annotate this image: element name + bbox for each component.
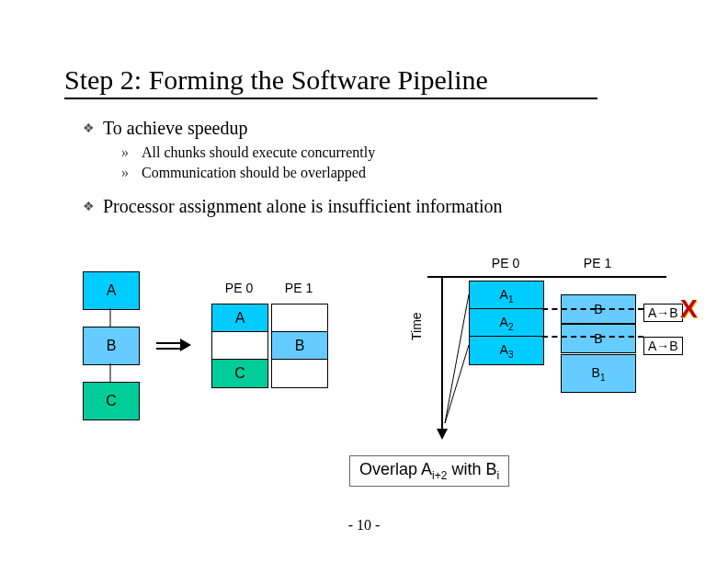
tag-ab-2: A→B — [643, 337, 683, 355]
overlap-caption-text: Overlap Ai+2 with Bi — [359, 460, 499, 478]
bullet-1a: » All chunks should execute concurrently — [121, 143, 503, 163]
tbl-a: A — [211, 304, 268, 333]
diamond-icon: ❖ — [83, 115, 103, 138]
tbl-b: B — [271, 331, 328, 361]
tbl-c: C — [211, 359, 268, 388]
tag-ab-1: A→B — [643, 304, 683, 322]
bullet-1-text: To achieve speedup — [103, 115, 247, 141]
tbl-c-empty — [271, 359, 328, 388]
slide-title: Step 2: Forming the Software Pipeline — [64, 64, 597, 99]
red-x-icon: X — [680, 294, 698, 324]
bullet-block: ❖ To achieve speedup » All chunks should… — [83, 115, 503, 221]
timeline-diag-icon — [404, 258, 643, 442]
svg-line-2 — [445, 294, 469, 423]
bullet-1b-text: Communication should be overlapped — [142, 163, 366, 183]
diamond-icon: ❖ — [83, 193, 103, 216]
chevron-icon: » — [121, 143, 142, 163]
overlap-caption: Overlap Ai+2 with Bi — [349, 455, 509, 487]
tbl-a-empty — [271, 304, 328, 333]
bullet-1b: » Communication should be overlapped — [121, 163, 503, 183]
tbl-b-empty — [211, 331, 268, 361]
left-col-pe0: PE 0 — [211, 281, 267, 295]
left-vert-edges-icon — [78, 271, 142, 428]
bullet-2: ❖ Processor assignment alone is insuffic… — [83, 193, 503, 219]
chevron-icon: » — [121, 163, 142, 183]
bullet-1: ❖ To achieve speedup — [83, 115, 503, 141]
page-number: - 10 - — [0, 517, 728, 534]
left-col-pe1: PE 1 — [271, 281, 326, 295]
bullet-1a-text: All chunks should execute concurrently — [142, 143, 375, 163]
bullet-2-text: Processor assignment alone is insufficie… — [103, 193, 503, 219]
